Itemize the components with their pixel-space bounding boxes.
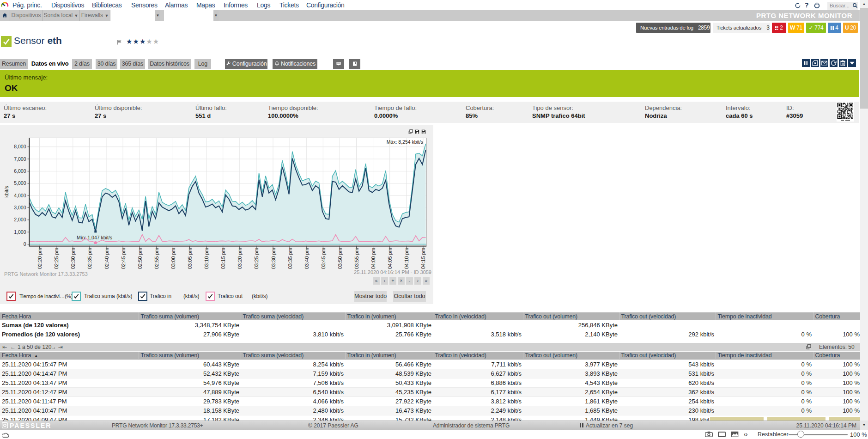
svg-text:03:55 pm: 03:55 pm (354, 248, 359, 269)
svg-text:PRTG Network Monitor 17.3.33.2: PRTG Network Monitor 17.3.33.2753 (4, 271, 88, 277)
svg-text:02:45 pm: 02:45 pm (121, 248, 126, 269)
svg-text:kbit/s: kbit/s (4, 186, 9, 198)
svg-text:03:25 pm: 03:25 pm (254, 248, 259, 269)
svg-text:03:35 pm: 03:35 pm (287, 248, 293, 269)
svg-text:8,000: 8,000 (14, 144, 26, 149)
svg-text:03:40 pm: 03:40 pm (304, 248, 310, 269)
svg-text:03:50 pm: 03:50 pm (337, 248, 343, 269)
svg-text:04:05 pm: 04:05 pm (387, 248, 393, 269)
svg-text:03:00 pm: 03:00 pm (170, 248, 176, 269)
svg-text:03:15 pm: 03:15 pm (220, 248, 226, 269)
svg-text:04:15 pm: 04:15 pm (420, 248, 426, 269)
svg-text:03:45 pm: 03:45 pm (321, 248, 326, 269)
svg-text:1,000: 1,000 (14, 229, 26, 235)
svg-text:02:55 pm: 02:55 pm (154, 248, 159, 269)
svg-text:02:50 pm: 02:50 pm (137, 248, 143, 269)
svg-text:02:20 pm: 02:20 pm (37, 248, 42, 269)
svg-text:03:20 pm: 03:20 pm (237, 248, 243, 269)
svg-text:7,000: 7,000 (14, 156, 26, 162)
svg-text:02:35 pm: 02:35 pm (87, 248, 92, 269)
svg-text:03:30 pm: 03:30 pm (271, 248, 276, 269)
svg-text:03:05 pm: 03:05 pm (187, 248, 193, 269)
svg-text:02:40 pm: 02:40 pm (104, 248, 109, 269)
svg-text:5,000: 5,000 (14, 180, 26, 186)
svg-text:04:10 pm: 04:10 pm (404, 248, 409, 269)
svg-text:04:00 pm: 04:00 pm (370, 248, 376, 269)
svg-text:4,000: 4,000 (14, 193, 26, 198)
svg-text:02:25 pm: 02:25 pm (54, 248, 59, 269)
svg-text:2,000: 2,000 (14, 217, 26, 222)
svg-text:6,000: 6,000 (14, 168, 26, 174)
svg-text:25.11.2020 04:16:14 PM - ID 30: 25.11.2020 04:16:14 PM - ID 3059 (354, 269, 431, 275)
svg-text:3,000: 3,000 (14, 205, 26, 210)
svg-text:0: 0 (24, 241, 26, 247)
svg-text:Mín: 1,047 kbit/s: Mín: 1,047 kbit/s (77, 235, 112, 240)
svg-text:02:30 pm: 02:30 pm (70, 248, 76, 269)
svg-text:Máx: 8,254 kbit/s: Máx: 8,254 kbit/s (387, 139, 423, 145)
svg-text:03:10 pm: 03:10 pm (204, 248, 209, 269)
